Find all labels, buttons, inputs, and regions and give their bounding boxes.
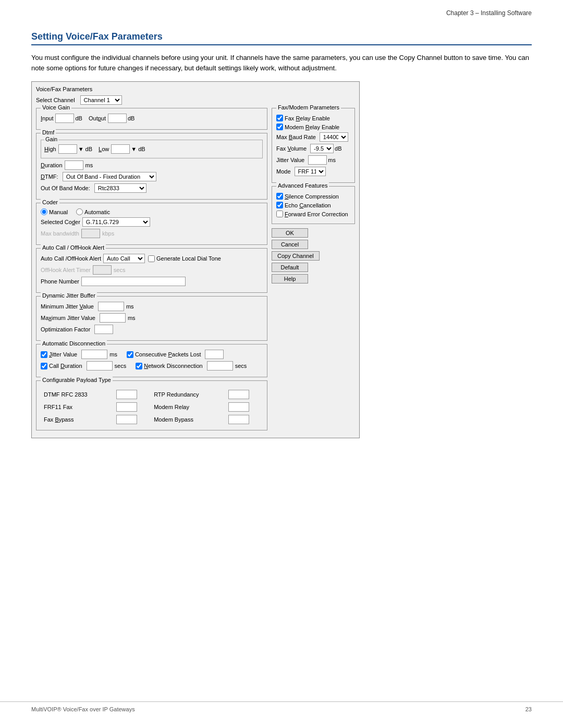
jitter-disc-checkbox[interactable] <box>41 351 47 358</box>
silence-row: Silence Compression <box>276 193 350 200</box>
page: Chapter 3 – Installing Software Setting … <box>0 0 563 728</box>
dtmf-mode-select[interactable]: Out Of Band - Fixed Duration <box>63 172 156 181</box>
max-bandwidth-row: Max bandwidth 10 kbps <box>41 229 263 238</box>
cancel-button[interactable]: Cancel <box>272 240 308 249</box>
left-panel: Voice Gain Input 0 dB Output 0 dB Dtmf <box>36 108 267 434</box>
echo-checkbox[interactable] <box>276 202 283 208</box>
output-field[interactable]: 0 <box>108 114 127 123</box>
min-jitter-label: Minimum Jitter Value <box>41 303 94 310</box>
phone-number-label: Phone Number <box>41 278 79 285</box>
fax-modem-group: Fax/Modem Parameters Fax Relay Enable Mo… <box>272 108 355 183</box>
right-panel: Fax/Modem Parameters Fax Relay Enable Mo… <box>272 108 355 434</box>
jitter-disc-label: Jitter Value <box>49 351 77 357</box>
modem-relay-field[interactable]: 105 <box>228 402 249 412</box>
modem-relay-payload-label: Modem Relay <box>154 404 189 410</box>
mode-label: Mode <box>276 168 291 175</box>
modem-relay-enable-label: Modem Relay Enable <box>285 124 339 130</box>
oob-mode-select[interactable]: Rtc2833 <box>94 183 146 193</box>
generate-local-checkbox[interactable] <box>148 255 155 262</box>
selected-coder-select[interactable]: G.711,G.729 <box>82 217 150 227</box>
silence-label: Silence Compression <box>285 193 339 200</box>
max-baud-select[interactable]: 14400 <box>320 132 348 142</box>
forward-error-checkbox[interactable] <box>276 211 283 217</box>
footer: MultiVOIP® Voice/Fax over IP Gateways 23 <box>0 701 563 712</box>
coder-title: Coder <box>41 199 59 205</box>
dtmf-rfc-field[interactable]: 96 <box>116 390 137 399</box>
rtp-redundancy-label: RTP Redundancy <box>154 391 199 398</box>
action-buttons: OK Cancel Copy Channel Default Help <box>272 228 355 283</box>
modem-bypass-field[interactable]: 103 <box>228 415 249 424</box>
fax-modem-title: Fax/Modem Parameters <box>276 104 341 110</box>
fax-bypass-label: Fax Bypass <box>44 416 74 423</box>
high-field[interactable]: -6 <box>58 144 77 154</box>
jitter-disc-field[interactable]: 350 <box>81 350 107 359</box>
automatic-radio[interactable] <box>76 208 83 215</box>
high-label: High <box>44 146 56 152</box>
auto-call-row: Auto Call /OffHook Alert Auto Call Gener… <box>41 254 263 263</box>
gain-subgroup-title: Gain <box>44 136 58 142</box>
rtp-redundancy-field[interactable]: 104 <box>228 390 249 399</box>
silence-checkbox[interactable] <box>276 193 283 200</box>
frf11-fax-label: FRF11 Fax <box>44 404 72 410</box>
echo-label: Echo Cancellation <box>285 202 331 208</box>
mode-select[interactable]: FRF 11 <box>295 167 326 176</box>
max-bandwidth-label: Max bandwidth <box>41 230 79 237</box>
dtmf-rfc-label: DTMF RFC 2833 <box>44 391 88 398</box>
opt-factor-row: Optimization Factor 7 <box>41 325 263 334</box>
duration-field[interactable]: 100 <box>65 161 83 170</box>
network-disc-field[interactable]: 300 <box>207 361 233 371</box>
modem-relay-checkbox[interactable] <box>276 124 283 130</box>
mode-row: Mode FRF 11 <box>276 167 350 176</box>
opt-factor-label: Optimization Factor <box>41 326 90 332</box>
fax-volume-select[interactable]: -9.5 <box>310 144 334 153</box>
manual-radio[interactable] <box>41 208 47 215</box>
offhook-timer-field[interactable]: 10 <box>93 265 112 275</box>
network-disc-secs: secs <box>235 363 247 369</box>
manual-label: Manual <box>49 209 68 215</box>
output-db-label: dB <box>128 115 134 121</box>
fax-bypass-field[interactable]: 102 <box>116 415 137 424</box>
default-button[interactable]: Default <box>272 263 308 272</box>
auto-call-alert-label: Auto Call /OffHook Alert <box>41 255 101 262</box>
call-duration-field[interactable]: 180 <box>87 361 113 371</box>
min-jitter-field[interactable]: 60 <box>98 302 124 311</box>
offhook-row: OffHook Alert Timer 10 secs <box>41 265 263 275</box>
consecutive-checkbox[interactable] <box>127 351 133 358</box>
low-field[interactable]: -8 <box>111 144 130 154</box>
footer-left: MultiVOIP® Voice/Fax over IP Gateways <box>31 706 135 712</box>
opt-factor-field[interactable]: 7 <box>94 325 113 334</box>
jitter-value2-field[interactable]: 400 <box>308 155 327 165</box>
chapter-header: Chapter 3 – Installing Software <box>446 9 532 17</box>
max-bandwidth-field[interactable]: 10 <box>81 229 100 238</box>
oob-mode-row: Out Of Band Mode: Rtc2833 <box>41 183 263 193</box>
payload-type-group: Configurable Payload Type DTMF RFC 2833 … <box>36 380 267 430</box>
phone-number-row: Phone Number <box>41 277 263 286</box>
fax-relay-checkbox[interactable] <box>276 115 283 121</box>
call-duration-label: Call Duration <box>49 363 82 369</box>
coder-group: Coder Manual Automatic Selected Coder G.… <box>36 203 267 245</box>
call-dur-row: Call Duration 180 secs Network Disconnec… <box>41 361 263 371</box>
network-disc-checkbox[interactable] <box>136 363 142 369</box>
payload-row-frf11: FRF11 Fax 101 Modem Relay 105 <box>41 401 263 413</box>
payload-row-fax-bypass: Fax Bypass 102 Modem Bypass 103 <box>41 413 263 426</box>
dialog-title: Voice/Fax Parameters <box>36 86 355 92</box>
frf11-fax-field[interactable]: 101 <box>116 402 137 412</box>
auto-call-title: Auto Call / OffHook Alert <box>41 244 106 251</box>
phone-number-field[interactable] <box>81 277 186 286</box>
help-button[interactable]: Help <box>272 274 308 283</box>
max-jitter-field[interactable]: 300 <box>100 313 126 323</box>
ok-button[interactable]: OK <box>272 228 308 238</box>
jitter-value2-label: Jitter Value <box>276 157 304 163</box>
max-jitter-ms: ms <box>128 315 136 321</box>
min-jitter-row: Minimum Jitter Value 60 ms <box>41 302 263 311</box>
fax-volume-row: Fax Volume -9.5 dB <box>276 144 350 153</box>
payload-row-dtmf: DTMF RFC 2833 96 RTP Redundancy 104 <box>41 388 263 401</box>
consecutive-field[interactable]: 30 <box>205 350 224 359</box>
call-duration-checkbox[interactable] <box>41 363 47 369</box>
kbps-label: kbps <box>102 230 114 237</box>
select-channel-dropdown[interactable]: Channel 1 <box>80 95 122 105</box>
copy-channel-button[interactable]: Copy Channel <box>272 251 320 261</box>
auto-call-select[interactable]: Auto Call <box>103 254 145 263</box>
fax-relay-label: Fax Relay Enable <box>285 115 330 121</box>
input-field[interactable]: 0 <box>55 114 74 123</box>
